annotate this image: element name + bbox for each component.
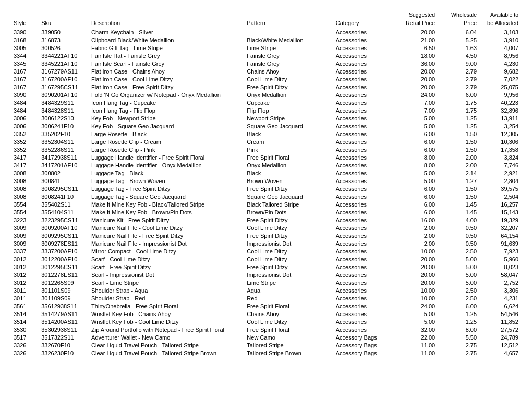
cell-avail: 32,207 <box>480 224 522 232</box>
table-row: 30123012265S09Scarf - Lime StripeLime St… <box>10 279 522 286</box>
cell-description: Icon Hang Tag - Cupcake <box>88 99 244 106</box>
cell-sku: 301109S09 <box>38 294 88 302</box>
th-be-allocated: be Allocated <box>480 19 522 28</box>
cell-description: Icon Hang Tag - Flip Flop <box>88 106 244 114</box>
cell-style: 3168 <box>10 36 38 44</box>
cell-style: 3006 <box>10 122 38 130</box>
cell-retail: 2.00 <box>394 232 438 239</box>
cell-style: 3561 <box>10 302 38 310</box>
cell-avail: 8,956 <box>480 52 522 59</box>
table-row: 31673167279AS11Flat Iron Case - Chains A… <box>10 67 522 75</box>
cell-style: 3008 <box>10 192 38 200</box>
cell-style: 3514 <box>10 318 38 325</box>
cell-description: Clear Liquid Travel Pouch - Tailored Str… <box>88 341 244 349</box>
cell-retail: 24.00 <box>394 302 438 310</box>
cell-description: Shoulder Strap - Aqua <box>88 286 244 294</box>
cell-avail: 8,023 <box>480 263 522 271</box>
cell-avail: 4,007 <box>480 44 522 52</box>
cell-wholesale: 0.50 <box>438 232 480 239</box>
table-row: 3168316873Clipboard Black/White Medallio… <box>10 36 522 44</box>
cell-description: Key Fob - Newport Stripe <box>88 114 244 122</box>
th-category: Category <box>333 19 394 28</box>
cell-category: Accessories <box>333 224 394 232</box>
cell-style: 3337 <box>10 247 38 255</box>
cell-avail: 2,804 <box>480 177 522 185</box>
cell-description: Luggage Tag - Square Geo Jacquard <box>88 192 244 200</box>
cell-wholesale: 5.25 <box>438 36 480 44</box>
cell-category: Accessories <box>333 36 394 44</box>
cell-pattern: Cool Lime Ditzy <box>244 75 332 83</box>
cell-retail: 20.00 <box>394 279 438 286</box>
cell-wholesale: 1.25 <box>438 114 480 122</box>
cell-style: 3344 <box>10 52 38 59</box>
cell-description: Scarf - Impressionist Dot <box>88 271 244 279</box>
cell-sku: 300802 <box>38 169 88 177</box>
cell-wholesale: 1.27 <box>438 177 480 185</box>
cell-category: Accessories <box>333 286 394 294</box>
cell-pattern: Cool Lime Ditzy <box>244 247 332 255</box>
cell-description: Scarf - Cool Lime Ditzy <box>88 255 244 263</box>
cell-category: Accessories <box>333 185 394 192</box>
cell-wholesale: 1.25 <box>438 122 480 130</box>
cell-sku: 3417201AF10 <box>38 161 88 169</box>
cell-style: 3517 <box>10 333 38 341</box>
cell-wholesale: 1.25 <box>438 318 480 325</box>
cell-retail: 10.00 <box>394 286 438 294</box>
table-row: 3011301109S09Shoulder Strap - RedRedAcce… <box>10 294 522 302</box>
cell-retail: 20.00 <box>394 271 438 279</box>
cell-avail: 2,752 <box>480 279 522 286</box>
cell-description: Luggage Tag - Brown Woven <box>88 177 244 185</box>
table-row: 34173417201AF10Luggage Handle Identifier… <box>10 161 522 169</box>
table-row: 35143514200AS11Wristlet Key Fob - Cool L… <box>10 318 522 325</box>
th-suggested-label: Suggested <box>394 10 438 19</box>
cell-sku: 3352286S11 <box>38 146 88 153</box>
cell-avail: 91,639 <box>480 239 522 247</box>
cell-avail: 12,512 <box>480 341 522 349</box>
cell-avail: 58,047 <box>480 271 522 279</box>
cell-description: Large Rosette Clip - Pink <box>88 146 244 153</box>
cell-category: Accessories <box>333 67 394 75</box>
table-row: 30093009295CS11Manicure Nail File - Free… <box>10 232 522 239</box>
cell-avail: 3,103 <box>480 28 522 37</box>
cell-category: Accessories <box>333 83 394 91</box>
cell-pattern: Cream <box>244 138 332 146</box>
cell-retail: 6.50 <box>394 44 438 52</box>
cell-avail: 6,624 <box>480 302 522 310</box>
cell-description: Manicure Nail File - Free Spirit Ditzy <box>88 232 244 239</box>
th-available-label: Available to <box>480 10 522 19</box>
cell-category: Accessories <box>333 44 394 52</box>
cell-wholesale: 1.50 <box>438 185 480 192</box>
cell-description: Key Fob - Square Geo Jacquard <box>88 122 244 130</box>
cell-retail: 24.00 <box>394 91 438 99</box>
cell-sku: 3484329S11 <box>38 99 88 106</box>
cell-style: 3417 <box>10 153 38 161</box>
cell-wholesale: 6.00 <box>438 91 480 99</box>
cell-description: Clear Liquid Travel Pouch - Tailored Str… <box>88 349 244 357</box>
cell-description: Scarf - Lime Stripe <box>88 279 244 286</box>
cell-retail: 20.00 <box>394 83 438 91</box>
cell-style: 3352 <box>10 130 38 138</box>
cell-category: Accessories <box>333 138 394 146</box>
cell-pattern: Black/White Medallion <box>244 36 332 44</box>
cell-pattern: Square Geo Jacquard <box>244 122 332 130</box>
cell-retail: 5.00 <box>394 177 438 185</box>
cell-style: 3012 <box>10 271 38 279</box>
cell-retail: 10.00 <box>394 294 438 302</box>
cell-retail: 6.00 <box>394 130 438 138</box>
cell-category: Accessories <box>333 153 394 161</box>
table-row: 30903090201AF10Fold 'N Go Organizer w/ N… <box>10 91 522 99</box>
table-row: 33373337200AF10Mirror Compact - Cool Lim… <box>10 247 522 255</box>
cell-description: Scarf - Free Spirit Ditzy <box>88 263 244 271</box>
cell-wholesale: 2.00 <box>438 153 480 161</box>
cell-pattern: Aqua <box>244 286 332 294</box>
cell-retail: 7.00 <box>394 99 438 106</box>
cell-category: Accessories <box>333 177 394 185</box>
cell-description: Luggage Handle Identifier - Free Spirit … <box>88 153 244 161</box>
cell-sku: 3326230F10 <box>38 349 88 357</box>
table-row: 34843484329S11Icon Hang Tag - CupcakeCup… <box>10 99 522 106</box>
cell-wholesale: 5.50 <box>438 333 480 341</box>
cell-sku: 3012200AF10 <box>38 255 88 263</box>
cell-pattern: Free Spirit Ditzy <box>244 216 332 224</box>
table-row: 32233223295CS11Manicure Kit - Free Spiri… <box>10 216 522 224</box>
cell-retail: 5.00 <box>394 114 438 122</box>
